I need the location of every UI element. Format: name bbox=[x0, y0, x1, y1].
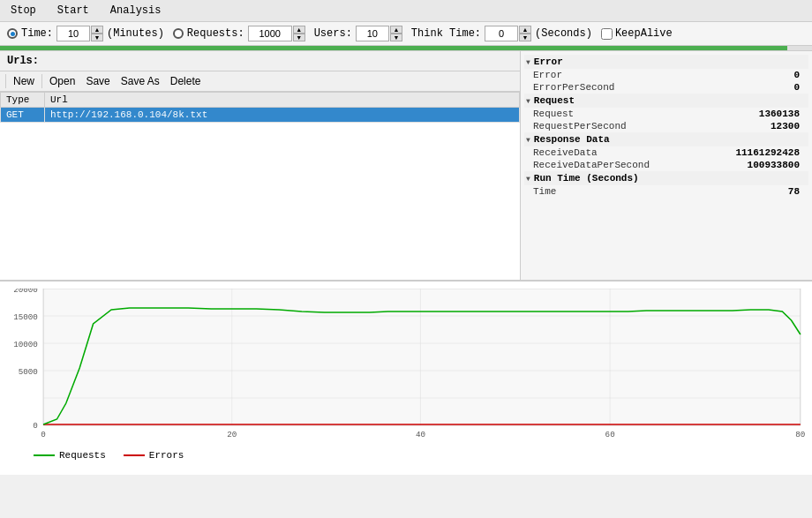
delete-button[interactable]: Delete bbox=[165, 73, 207, 89]
start-button[interactable]: Start bbox=[54, 3, 93, 19]
time-unit: (Minutes) bbox=[107, 27, 164, 40]
stop-button[interactable]: Stop bbox=[7, 3, 40, 19]
stats-row: ReceiveData11161292428 bbox=[524, 146, 808, 159]
svg-text:0: 0 bbox=[33, 421, 38, 431]
time-down-btn[interactable]: ▼ bbox=[91, 34, 103, 41]
think-time-unit: (Seconds) bbox=[535, 27, 592, 40]
stats-row: ErrorPerSecond0 bbox=[524, 81, 808, 94]
col-url: Url bbox=[45, 93, 520, 108]
stat-value: 11161292428 bbox=[729, 147, 800, 158]
users-config: Users: 10 ▲ ▼ bbox=[314, 26, 402, 41]
save-as-button[interactable]: Save As bbox=[116, 73, 165, 89]
analysis-button[interactable]: Analysis bbox=[107, 3, 165, 19]
stat-value: 0 bbox=[729, 70, 800, 80]
users-label: Users: bbox=[314, 27, 352, 40]
svg-text:60: 60 bbox=[605, 430, 615, 439]
stat-name: Request bbox=[533, 109, 574, 119]
stats-section-header[interactable]: Error bbox=[524, 55, 808, 69]
time-radio[interactable] bbox=[7, 28, 18, 39]
stats-row: Request1360138 bbox=[524, 108, 808, 120]
users-spinner: 10 ▲ ▼ bbox=[356, 26, 402, 41]
legend-errors: Errors bbox=[124, 450, 184, 461]
chart-area: 20000 15000 10000 5000 0 0 20 40 60 80 R… bbox=[0, 281, 812, 475]
users-down-btn[interactable]: ▼ bbox=[390, 34, 402, 41]
think-time-spinner-btns: ▲ ▼ bbox=[519, 26, 531, 41]
requests-input[interactable]: 1000 bbox=[248, 26, 292, 41]
stats-row: ReceiveDataPerSecond100933800 bbox=[524, 159, 808, 171]
chart-svg: 20000 15000 10000 5000 0 0 20 40 60 80 bbox=[7, 289, 805, 443]
stats-section-header[interactable]: Run Time (Seconds) bbox=[524, 171, 808, 185]
chart-legend: Requests Errors bbox=[7, 447, 805, 464]
stat-name: ReceiveDataPerSecond bbox=[533, 160, 650, 170]
svg-text:40: 40 bbox=[416, 430, 425, 439]
stats-row: Error0 bbox=[524, 69, 808, 81]
requests-radio[interactable] bbox=[173, 28, 184, 39]
urls-toolbar-sep2 bbox=[41, 74, 42, 88]
toolbar: Stop Start Analysis bbox=[0, 0, 812, 22]
users-input[interactable]: 10 bbox=[356, 26, 389, 41]
table-row[interactable]: GEThttp://192.168.0.104/8k.txt bbox=[1, 108, 520, 123]
new-button[interactable]: New bbox=[8, 73, 40, 89]
stats-section-header[interactable]: Response Data bbox=[524, 132, 808, 146]
col-type: Type bbox=[1, 93, 45, 108]
think-time-input[interactable]: 0 bbox=[485, 26, 518, 41]
think-down-btn[interactable]: ▼ bbox=[519, 34, 531, 41]
progress-bar-fill bbox=[0, 46, 787, 50]
think-time-label: Think Time: bbox=[411, 27, 481, 40]
stat-value: 12300 bbox=[729, 121, 800, 131]
cell-type: GET bbox=[1, 108, 45, 123]
main-content: Urls: New Open Save Save As Delete Type … bbox=[0, 51, 812, 281]
svg-text:20: 20 bbox=[227, 430, 237, 439]
svg-text:5000: 5000 bbox=[19, 367, 38, 377]
stats-row: RequestPerSecond12300 bbox=[524, 120, 808, 132]
stat-value: 0 bbox=[729, 82, 800, 93]
time-input[interactable]: 10 bbox=[56, 26, 90, 41]
stat-name: Error bbox=[533, 70, 562, 80]
stats-row: Time78 bbox=[524, 185, 808, 198]
svg-text:20000: 20000 bbox=[13, 289, 38, 295]
keepalive-config: KeepAlive bbox=[601, 27, 673, 40]
urls-tbody: GEThttp://192.168.0.104/8k.txt bbox=[1, 108, 520, 123]
stat-name: ReceiveData bbox=[533, 147, 598, 158]
time-label: Time: bbox=[21, 27, 53, 40]
keepalive-label: KeepAlive bbox=[615, 27, 673, 40]
cell-url: http://192.168.0.104/8k.txt bbox=[45, 108, 520, 123]
save-button[interactable]: Save bbox=[80, 73, 115, 89]
stat-name: RequestPerSecond bbox=[533, 121, 627, 131]
urls-data-table: Type Url GEThttp://192.168.0.104/8k.txt bbox=[0, 92, 520, 123]
users-spinner-btns: ▲ ▼ bbox=[390, 26, 402, 41]
stats-panel: ErrorError0ErrorPerSecond0RequestRequest… bbox=[521, 51, 812, 280]
requests-up-btn[interactable]: ▲ bbox=[293, 26, 305, 34]
config-bar: Time: 10 ▲ ▼ (Minutes) Requests: 1000 ▲ … bbox=[0, 22, 812, 46]
time-config: Time: 10 ▲ ▼ (Minutes) bbox=[7, 26, 164, 41]
requests-spinner-btns: ▲ ▼ bbox=[293, 26, 305, 41]
svg-text:10000: 10000 bbox=[13, 340, 38, 349]
users-up-btn[interactable]: ▲ bbox=[390, 26, 402, 34]
svg-rect-0 bbox=[43, 289, 801, 425]
urls-toolbar: New Open Save Save As Delete bbox=[0, 71, 520, 92]
svg-text:80: 80 bbox=[795, 430, 805, 439]
legend-requests: Requests bbox=[34, 450, 106, 461]
urls-panel: Urls: New Open Save Save As Delete Type … bbox=[0, 51, 521, 280]
svg-text:0: 0 bbox=[41, 430, 46, 439]
urls-table: Type Url GEThttp://192.168.0.104/8k.txt bbox=[0, 92, 520, 280]
think-time-config: Think Time: 0 ▲ ▼ (Seconds) bbox=[411, 26, 592, 41]
think-up-btn[interactable]: ▲ bbox=[519, 26, 531, 34]
requests-down-btn[interactable]: ▼ bbox=[293, 34, 305, 41]
time-up-btn[interactable]: ▲ bbox=[91, 26, 103, 34]
stat-name: Time bbox=[533, 186, 556, 197]
time-spinner-btns: ▲ ▼ bbox=[91, 26, 103, 41]
time-spinner: 10 ▲ ▼ bbox=[56, 26, 103, 41]
legend-errors-label: Errors bbox=[149, 450, 184, 461]
stats-section-header[interactable]: Request bbox=[524, 94, 808, 108]
think-time-spinner: 0 ▲ ▼ bbox=[485, 26, 531, 41]
requests-label: Requests: bbox=[187, 27, 244, 40]
legend-errors-line bbox=[124, 454, 145, 456]
keepalive-checkbox[interactable] bbox=[601, 28, 613, 40]
requests-config: Requests: 1000 ▲ ▼ bbox=[173, 26, 305, 41]
legend-requests-line bbox=[34, 454, 55, 456]
svg-text:15000: 15000 bbox=[13, 312, 38, 322]
requests-spinner: 1000 ▲ ▼ bbox=[248, 26, 305, 41]
open-button[interactable]: Open bbox=[44, 73, 80, 89]
stat-name: ErrorPerSecond bbox=[533, 82, 614, 93]
